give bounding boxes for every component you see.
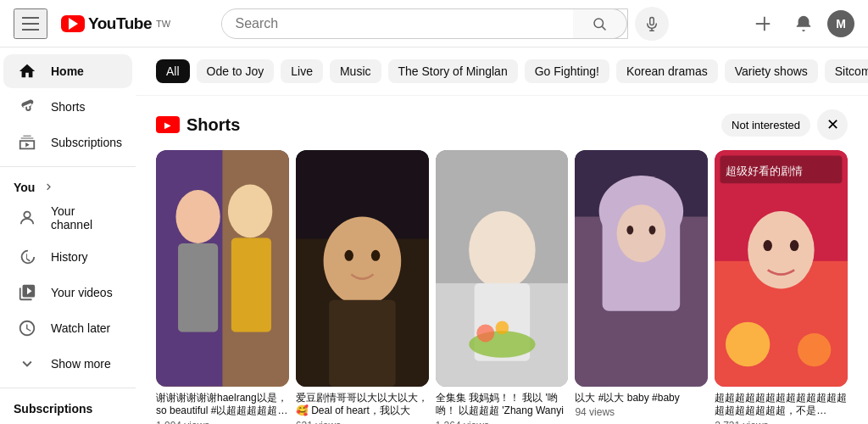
you-section-title[interactable]: You — [0, 174, 136, 198]
mic-button[interactable] — [635, 7, 669, 41]
search-button[interactable] — [573, 8, 627, 39]
sidebar-item-shorts[interactable]: Shorts — [3, 90, 132, 124]
subscriptions-icon — [17, 132, 37, 153]
short-views-1: 1,994 views — [156, 420, 289, 424]
short-thumb-5: 超级好看的剧情 — [715, 150, 848, 387]
watch-later-icon — [17, 318, 37, 338]
short-title-5: 超超超超超超超超超超超超超超超超超超超超，不是… — [715, 392, 848, 418]
sidebar: Home Shorts Subscriptions You Your chann… — [0, 47, 136, 424]
sidebar-item-history[interactable]: History — [3, 240, 132, 274]
short-card-5[interactable]: 超级好看的剧情 超超超超超超超超超超超超超超超超超超超超，不是… 2,731 v… — [715, 150, 848, 424]
short-card-4[interactable]: 以大 #以大 baby #baby 94 views — [575, 150, 708, 424]
subscriptions-section-title: Subscriptions — [0, 395, 136, 419]
shorts-title-wrap: Shorts — [156, 115, 240, 135]
chip-korean-dramas[interactable]: Korean dramas — [616, 59, 718, 83]
logo-sub: TW — [156, 19, 170, 29]
chip-all[interactable]: All — [156, 59, 190, 83]
sidebar-item-your-channel[interactable]: Your channel — [3, 198, 132, 238]
history-label: History — [51, 250, 88, 264]
logo-text: YouTube — [88, 14, 152, 33]
short-title-3: 全集集 我妈妈！！ 我以 '哟哟！ 以超超超 'Zhang Wanyi — [436, 392, 569, 418]
chip-ode-to-joy[interactable]: Ode to Joy — [197, 59, 275, 83]
search-bar — [221, 8, 628, 39]
shorts-logo-icon — [156, 116, 180, 133]
short-info-1: 谢谢谢谢谢谢haelrang以是，so beautiful #以超超超超超超超超… — [156, 392, 289, 424]
short-title-2: 爱豆剧情哥哥以大以大以大，🥰 Deal of heart，我以大 — [296, 392, 429, 418]
svg-rect-11 — [178, 243, 218, 332]
short-card-2[interactable]: 爱豆剧情哥哥以大以大以大，🥰 Deal of heart，我以大 631 vie… — [296, 150, 429, 424]
chip-variety-shows[interactable]: Variety shows — [725, 59, 818, 83]
create-button[interactable] — [746, 7, 780, 41]
sidebar-item-watch-later[interactable]: Watch later — [3, 311, 132, 345]
youtube-logo-icon — [61, 15, 85, 32]
chip-live[interactable]: Live — [281, 59, 323, 83]
svg-point-42 — [726, 322, 770, 366]
sidebar-item-subscriptions[interactable]: Subscriptions — [3, 126, 132, 159]
not-interested-button[interactable]: Not interested — [721, 114, 810, 137]
history-icon — [17, 247, 37, 267]
svg-point-39 — [748, 211, 815, 289]
svg-point-16 — [323, 217, 401, 306]
svg-point-43 — [798, 333, 831, 366]
svg-point-22 — [469, 211, 536, 289]
logo[interactable]: YouTubeTW — [61, 14, 170, 33]
avatar[interactable]: M — [827, 10, 854, 37]
svg-point-0 — [594, 19, 604, 28]
svg-text:超级好看的剧情: 超级好看的剧情 — [726, 165, 803, 177]
svg-point-12 — [228, 185, 272, 238]
show-more-icon — [17, 354, 37, 374]
short-thumb-1 — [156, 150, 289, 387]
short-info-4: 以大 #以大 baby #baby 94 views — [575, 392, 708, 419]
svg-point-33 — [627, 226, 634, 234]
svg-rect-17 — [329, 300, 396, 387]
svg-point-25 — [476, 324, 494, 342]
shorts-label: Shorts — [51, 100, 85, 114]
shorts-section: Shorts Not interested ✕ — [136, 96, 868, 424]
short-views-4: 94 views — [575, 406, 708, 418]
short-views-2: 631 views — [296, 420, 429, 424]
hamburger-menu[interactable] — [14, 8, 47, 39]
short-info-3: 全集集 我妈妈！！ 我以 '哟哟！ 以超超超 'Zhang Wanyi 1,26… — [436, 392, 569, 424]
chip-story-of-minglan[interactable]: The Story of Minglan — [388, 59, 518, 83]
shorts-actions: Not interested ✕ — [721, 109, 848, 140]
sidebar-item-home[interactable]: Home — [3, 54, 132, 88]
sidebar-item-your-videos[interactable]: Your videos — [3, 276, 132, 310]
main-content: All Ode to Joy Live Music The Story of M… — [136, 47, 868, 424]
shorts-icon — [17, 97, 37, 117]
chip-music[interactable]: Music — [330, 59, 381, 83]
divider-2 — [0, 388, 136, 388]
short-thumb-4 — [575, 150, 708, 387]
short-card-3[interactable]: 全集集 我妈妈！！ 我以 '哟哟！ 以超超超 'Zhang Wanyi 1,26… — [436, 150, 569, 424]
short-views-3: 1,264 views — [436, 420, 569, 424]
short-card-1[interactable]: 谢谢谢谢谢谢haelrang以是，so beautiful #以超超超超超超超超… — [156, 150, 289, 424]
shorts-title: Shorts — [186, 115, 240, 135]
svg-point-10 — [175, 190, 220, 243]
short-info-5: 超超超超超超超超超超超超超超超超超超超超，不是… 2,731 views — [715, 392, 848, 424]
short-title-1: 谢谢谢谢谢谢haelrang以是，so beautiful #以超超超超超超超超 — [156, 392, 289, 418]
close-button[interactable]: ✕ — [817, 109, 848, 140]
svg-point-32 — [617, 204, 666, 262]
subscription-item-1[interactable]: 十 十万伏特 — [0, 419, 136, 424]
svg-point-34 — [649, 226, 656, 234]
svg-point-18 — [344, 250, 353, 261]
header-left: YouTubeTW — [14, 8, 170, 39]
short-thumb-2 — [296, 150, 429, 387]
sidebar-item-show-more[interactable]: Show more — [3, 347, 132, 381]
header-right: M — [719, 7, 854, 41]
watch-later-label: Watch later — [51, 321, 110, 335]
search-input[interactable] — [222, 16, 573, 31]
home-icon — [17, 61, 37, 81]
chip-sitcoms[interactable]: Sitcoms — [825, 59, 868, 83]
show-more-label: Show more — [51, 357, 111, 371]
your-channel-label: Your channel — [51, 204, 119, 232]
chip-go-fighting[interactable]: Go Fighting! — [525, 59, 609, 83]
svg-rect-3 — [756, 23, 771, 25]
notifications-button[interactable] — [787, 7, 821, 41]
short-thumb-3 — [436, 150, 569, 387]
your-videos-label: Your videos — [51, 286, 113, 299]
shorts-grid: 谢谢谢谢谢谢haelrang以是，so beautiful #以超超超超超超超超… — [156, 150, 848, 424]
svg-point-19 — [371, 250, 380, 261]
header-center — [170, 7, 719, 41]
svg-point-40 — [764, 240, 772, 251]
your-channel-icon — [17, 208, 37, 228]
